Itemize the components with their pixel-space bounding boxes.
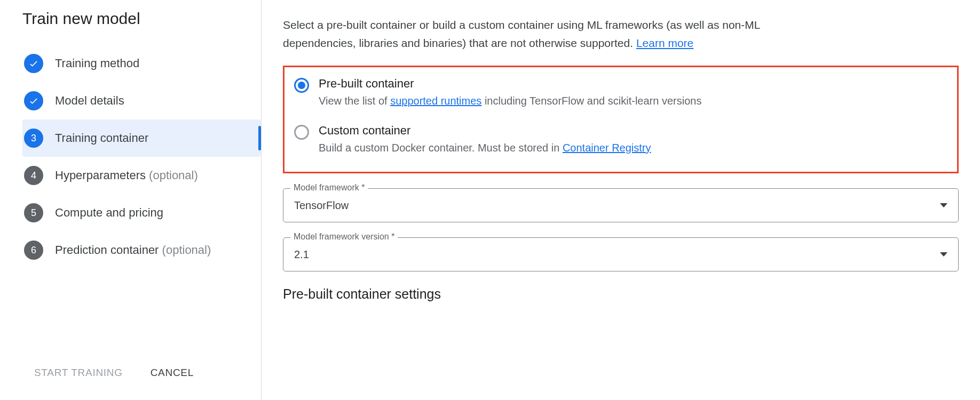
step-label: Prediction container (optional)	[55, 243, 211, 257]
check-icon	[24, 91, 43, 110]
radio-subtitle: Build a custom Docker container. Must be…	[319, 140, 651, 156]
sidebar-footer: START TRAINING CANCEL	[22, 353, 261, 400]
radio-sub-text: including TensorFlow and scikit-learn ve…	[481, 95, 701, 107]
step-optional-text: (optional)	[162, 243, 211, 257]
step-number-icon: 5	[24, 203, 43, 222]
step-label-text: Prediction container	[55, 243, 159, 257]
select-value: TensorFlow	[294, 199, 349, 212]
step-label: Model details	[55, 94, 124, 108]
step-number-icon: 3	[24, 129, 43, 148]
step-training-container[interactable]: 3 Training container	[22, 119, 261, 157]
step-hyperparameters[interactable]: 4 Hyperparameters (optional)	[22, 157, 261, 194]
step-optional-text: (optional)	[149, 169, 198, 182]
step-label-text: Hyperparameters	[55, 169, 146, 182]
main-panel: Select a pre-built container or build a …	[262, 0, 980, 400]
step-compute-pricing[interactable]: 5 Compute and pricing	[22, 194, 261, 231]
container-registry-link[interactable]: Container Registry	[563, 142, 651, 154]
page-title: Train new model	[22, 10, 261, 28]
model-framework-select[interactable]: Model framework * TensorFlow	[283, 188, 959, 222]
select-value: 2.1	[294, 249, 309, 261]
radio-icon[interactable]	[294, 78, 309, 93]
container-description: Select a pre-built container or build a …	[283, 16, 763, 52]
radio-icon[interactable]	[294, 125, 309, 140]
steps-list: Training method Model details 3 Training…	[22, 45, 261, 353]
start-training-button: START TRAINING	[34, 367, 123, 379]
radio-dot-icon	[298, 82, 305, 89]
chevron-down-icon	[940, 203, 947, 207]
prebuilt-settings-title: Pre-built container settings	[283, 286, 959, 302]
radio-sub-text: Build a custom Docker container. Must be…	[319, 142, 563, 154]
radio-prebuilt-container[interactable]: Pre-built container View the list of sup…	[294, 77, 945, 109]
step-label: Training container	[55, 131, 148, 145]
step-model-details[interactable]: Model details	[22, 82, 261, 119]
radio-title: Pre-built container	[319, 77, 701, 91]
select-legend: Model framework *	[290, 183, 368, 193]
select-legend: Model framework version *	[290, 232, 398, 242]
radio-custom-container[interactable]: Custom container Build a custom Docker c…	[294, 124, 945, 156]
radio-subtitle: View the list of supported runtimes incl…	[319, 93, 701, 109]
step-number-icon: 6	[24, 241, 43, 260]
sidebar: Train new model Training method Model de…	[0, 0, 262, 400]
step-prediction-container[interactable]: 6 Prediction container (optional)	[22, 231, 261, 269]
radio-sub-text: View the list of	[319, 95, 390, 107]
radio-text: Custom container Build a custom Docker c…	[319, 124, 651, 156]
supported-runtimes-link[interactable]: supported runtimes	[390, 95, 481, 107]
step-label: Training method	[55, 57, 139, 70]
radio-text: Pre-built container View the list of sup…	[319, 77, 701, 109]
chevron-down-icon	[940, 252, 947, 257]
step-training-method[interactable]: Training method	[22, 45, 261, 82]
model-framework-version-select[interactable]: Model framework version * 2.1	[283, 237, 959, 271]
select-box[interactable]: TensorFlow	[283, 188, 959, 222]
container-type-radio-group: Pre-built container View the list of sup…	[283, 66, 959, 173]
check-icon	[24, 54, 43, 73]
step-label: Compute and pricing	[55, 206, 163, 220]
select-box[interactable]: 2.1	[283, 237, 959, 271]
learn-more-link[interactable]: Learn more	[636, 37, 693, 49]
step-number-icon: 4	[24, 166, 43, 185]
cancel-button[interactable]: CANCEL	[151, 367, 194, 379]
step-label: Hyperparameters (optional)	[55, 169, 198, 182]
radio-title: Custom container	[319, 124, 651, 138]
